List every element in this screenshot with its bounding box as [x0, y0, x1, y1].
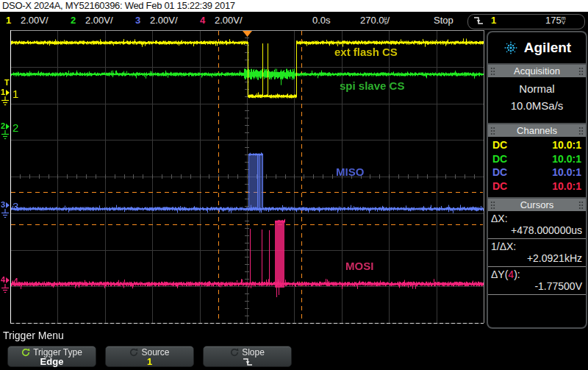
ch3-number: 3: [135, 12, 140, 29]
channel-row: DC10.0:1: [488, 166, 586, 179]
annotation-spi-slave-cs: spi slave CS: [340, 79, 404, 92]
trigger-slope-icon: [473, 16, 484, 25]
ch4-vdiv: 2.00V/: [215, 12, 243, 29]
ground-icon: [1, 96, 10, 106]
acquisition-header[interactable]: Acquisition: [488, 65, 586, 77]
acquisition-panel: Normal 10.0MSa/s: [488, 77, 586, 123]
channels-header[interactable]: Channels: [488, 124, 586, 137]
menu-title: Trigger Menu: [3, 330, 64, 341]
device-title: DSO-X 2024A, MY52160396: Wed Feb 01 15:2…: [2, 0, 235, 11]
trigger-level: 175mV: [545, 12, 566, 29]
ch4-number: 4: [200, 12, 205, 29]
marker-arrow-icon: [6, 124, 10, 129]
timebase-unit: µs: [384, 16, 387, 25]
cycle-icon: [21, 348, 30, 357]
timebase: 270.0µs/: [360, 12, 390, 29]
marker-arrow-icon: [6, 202, 10, 208]
ch3-vdiv: 2.00V/: [150, 12, 178, 29]
sidebar: Agilent Acquisition Normal 10.0MSa/s Cha…: [487, 31, 587, 329]
trigger-status-group: [467, 14, 585, 29]
drag-grip-icon: [578, 127, 584, 135]
cursors-panel: ΔX: +478.000000us 1/ΔX: +2.0921kHz ΔY(4)…: [488, 211, 586, 327]
cursor-dy: ΔY(4): -1.77500V: [488, 267, 586, 295]
marker-arrow-icon: [6, 90, 10, 96]
plot-ch2-digit: 2: [12, 122, 18, 133]
ch1-number: 1: [6, 12, 11, 29]
ground-icon: [1, 209, 10, 218]
annotation-miso: MISO: [336, 166, 364, 178]
ch1-ground-marker: 1: [0, 88, 10, 106]
ground-icon: [1, 284, 10, 293]
slope-value-falling-edge-icon: [204, 357, 291, 367]
brand-panel: Agilent: [488, 32, 586, 63]
channel-row: DC10.0:1: [488, 179, 586, 193]
plot-ch3-digit: 3: [12, 201, 18, 212]
ch1-vdiv: 2.00V/: [21, 12, 49, 29]
statusbar: 1 2.00V/ 2 2.00V/ 3 2.00V/ 4 2.00V/ 0.0s…: [0, 12, 588, 29]
channels-panel: DC10.0:1 DC10.0:1 DC10.0:1 DC10.0:1: [488, 137, 586, 197]
run-state: Stop: [434, 12, 453, 29]
sample-rate: 10.0MSa/s: [488, 99, 586, 112]
cursor-dx: ΔX: +478.000000us: [488, 211, 586, 239]
softkey-source[interactable]: Source 1: [105, 346, 194, 367]
softkey-trigger-type[interactable]: Trigger Type Edge: [7, 346, 96, 367]
brand-name: Agilent: [524, 40, 571, 56]
trigger-type-value: Edge: [8, 357, 96, 367]
titlebar: DSO-X 2024A, MY52160396: Wed Feb 01 15:2…: [0, 0, 588, 12]
plot-ch1-digit: 1: [12, 88, 18, 99]
agilent-starburst-icon: [503, 40, 519, 56]
channel-row: DC10.0:1: [488, 138, 586, 152]
ground-icon: [1, 130, 10, 140]
softkey-slope[interactable]: Slope: [203, 346, 292, 367]
cycle-icon: [230, 348, 239, 357]
ch2-ground-marker: 2: [0, 122, 10, 140]
cursor-inv-dx: 1/ΔX: +2.0921kHz: [488, 239, 586, 267]
waveform-canvas: [0, 29, 485, 331]
trigger-source: 1: [491, 12, 496, 29]
cycle-icon: [129, 348, 138, 357]
source-value: 1: [106, 357, 193, 367]
ch2-number: 2: [71, 12, 76, 29]
drag-grip-icon: [578, 67, 584, 76]
plot-ch4-digit: 4: [12, 276, 18, 287]
annotation-mosi: MOSI: [345, 260, 373, 272]
oscilloscope-screen: DSO-X 2024A, MY52160396: Wed Feb 01 15:2…: [0, 0, 588, 370]
acquisition-mode: Normal: [488, 82, 586, 95]
marker-arrow-icon: [6, 277, 10, 283]
trigger-level-marker: T: [4, 78, 10, 87]
ch4-ground-marker: 4: [0, 276, 10, 293]
channel-row: DC10.0:1: [488, 152, 586, 166]
ch2-vdiv: 2.00V/: [85, 12, 113, 29]
annotation-ext-flash-cs: ext flash CS: [334, 46, 398, 58]
drag-grip-icon: [490, 67, 495, 76]
cursor-dy-channel: 4: [508, 268, 514, 280]
drag-grip-icon: [578, 201, 584, 210]
drag-grip-icon: [490, 201, 495, 210]
ch3-ground-marker: 3: [0, 201, 10, 218]
drag-grip-icon: [490, 127, 495, 135]
trigger-level-unit: mV: [562, 16, 566, 25]
time-offset: 0.0s: [312, 12, 331, 29]
cursors-header[interactable]: Cursors: [488, 199, 586, 211]
